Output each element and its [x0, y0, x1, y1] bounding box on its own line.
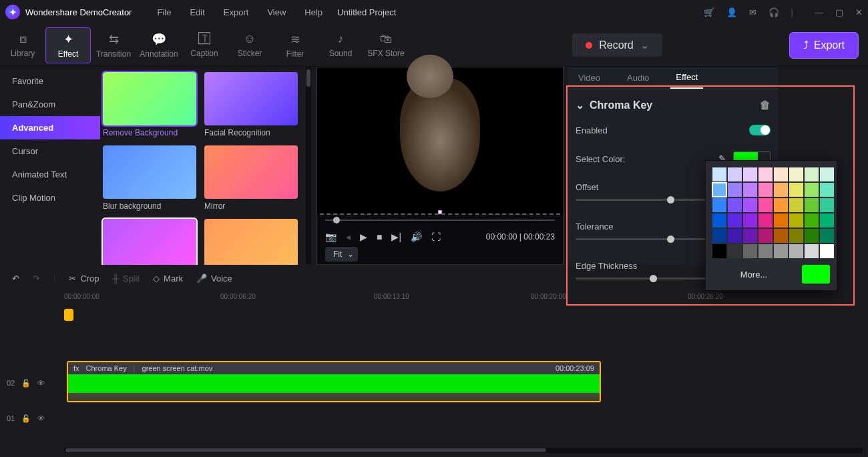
- preview-canvas[interactable]: [317, 67, 563, 215]
- sidebar-item-favorite[interactable]: Favorite: [0, 69, 100, 93]
- palette-color[interactable]: [712, 244, 726, 258]
- close-icon[interactable]: ✕: [855, 7, 863, 17]
- palette-color[interactable]: [743, 244, 757, 258]
- tool-library[interactable]: ⧈Library: [0, 32, 45, 58]
- lock-icon[interactable]: 🔓: [21, 414, 31, 423]
- palette-color[interactable]: [774, 244, 788, 258]
- play-icon[interactable]: ▶: [360, 232, 367, 242]
- palette-color[interactable]: [712, 229, 726, 243]
- sidebar-item-panzoom[interactable]: Pan&Zoom: [0, 93, 100, 116]
- palette-color[interactable]: [789, 167, 803, 181]
- palette-color[interactable]: [712, 167, 726, 181]
- menu-help[interactable]: Help: [295, 7, 332, 17]
- palette-color[interactable]: [805, 183, 819, 197]
- palette-color[interactable]: [789, 244, 803, 258]
- palette-color[interactable]: [712, 213, 726, 227]
- palette-color[interactable]: [743, 183, 757, 197]
- tool-filter[interactable]: ≋Filter: [272, 32, 318, 59]
- user-icon[interactable]: 👤: [726, 7, 737, 17]
- effect-card-5[interactable]: [103, 219, 196, 265]
- effect-blur-background[interactable]: Blur background: [103, 145, 196, 211]
- fullscreen-icon[interactable]: ⛶: [431, 232, 441, 242]
- tab-audio[interactable]: Audio: [622, 67, 654, 88]
- effect-facial-recognition[interactable]: Facial Recognition: [204, 72, 298, 137]
- palette-color[interactable]: [758, 167, 773, 181]
- video-clip[interactable]: fx Chroma Key | green screen cat.mov 00:…: [67, 361, 601, 402]
- maximize-icon[interactable]: ▢: [835, 7, 843, 17]
- palette-color[interactable]: [728, 183, 742, 197]
- palette-color[interactable]: [758, 198, 773, 212]
- palette-color[interactable]: [820, 183, 834, 197]
- minimize-icon[interactable]: —: [815, 7, 823, 17]
- palette-color[interactable]: [820, 244, 834, 258]
- tool-transition[interactable]: ⇆Transition: [91, 32, 136, 59]
- cart-icon[interactable]: 🛒: [704, 7, 714, 17]
- palette-color[interactable]: [774, 183, 788, 197]
- timeline-h-scrollbar[interactable]: [64, 448, 863, 453]
- palette-color[interactable]: [758, 244, 773, 258]
- palette-color[interactable]: [805, 244, 819, 258]
- palette-color[interactable]: [774, 213, 788, 227]
- palette-color[interactable]: [805, 167, 819, 181]
- fit-select[interactable]: Fit ⌄: [325, 247, 358, 262]
- palette-color[interactable]: [789, 198, 803, 212]
- palette-color[interactable]: [728, 198, 742, 212]
- eye-icon[interactable]: 👁: [37, 379, 45, 387]
- palette-color[interactable]: [743, 229, 757, 243]
- undo-icon[interactable]: ↶: [12, 274, 19, 284]
- redo-icon[interactable]: ↷: [33, 274, 40, 284]
- delete-effect-icon[interactable]: 🗑: [760, 99, 771, 111]
- menu-edit[interactable]: Edit: [180, 7, 214, 17]
- palette-color[interactable]: [805, 213, 819, 227]
- tool-sfxstore[interactable]: 🛍SFX Store: [363, 32, 409, 58]
- sidebar-item-animated-text[interactable]: Animated Text: [0, 163, 100, 186]
- enabled-toggle[interactable]: [749, 125, 771, 135]
- palette-color[interactable]: [728, 244, 742, 258]
- tool-sound[interactable]: ♪Sound: [318, 32, 363, 58]
- palette-color[interactable]: [728, 213, 742, 227]
- current-color-swatch[interactable]: [802, 265, 830, 284]
- effect-mirror[interactable]: Mirror: [204, 145, 298, 211]
- palette-color[interactable]: [758, 229, 773, 243]
- menu-view[interactable]: View: [258, 7, 295, 17]
- palette-color[interactable]: [743, 167, 757, 181]
- mark-button[interactable]: ◇Mark: [153, 274, 183, 284]
- voice-button[interactable]: 🎤Voice: [196, 274, 232, 284]
- palette-color[interactable]: [774, 198, 788, 212]
- playhead[interactable]: [64, 309, 73, 321]
- export-button[interactable]: ⤴ Export: [789, 32, 859, 59]
- prev-frame-icon[interactable]: ◂: [346, 232, 351, 242]
- sidebar-item-clip-motion[interactable]: Clip Motion: [0, 186, 100, 209]
- record-button[interactable]: Record ⌄: [572, 33, 662, 57]
- menu-export[interactable]: Export: [214, 7, 258, 17]
- more-colors-button[interactable]: More...: [712, 266, 795, 284]
- palette-color[interactable]: [728, 167, 742, 181]
- headset-icon[interactable]: 🎧: [769, 7, 779, 17]
- crop-button[interactable]: ✂Crop: [69, 274, 99, 284]
- tab-video[interactable]: Video: [573, 67, 606, 88]
- effect-remove-background[interactable]: Remove Background: [103, 72, 196, 137]
- menu-file[interactable]: File: [148, 7, 180, 17]
- palette-color[interactable]: [805, 198, 819, 212]
- palette-color[interactable]: [820, 213, 834, 227]
- palette-color[interactable]: [820, 229, 834, 243]
- mail-icon[interactable]: ✉: [749, 7, 756, 17]
- sidebar-item-advanced[interactable]: Advanced: [0, 116, 100, 139]
- chroma-section-header[interactable]: ⌄ Chroma Key 🗑: [576, 93, 771, 117]
- palette-color[interactable]: [728, 229, 742, 243]
- tool-effect[interactable]: ✦Effect: [45, 27, 91, 63]
- palette-color[interactable]: [712, 198, 726, 212]
- tool-caption[interactable]: 🅃Caption: [182, 32, 227, 58]
- palette-color[interactable]: [789, 213, 803, 227]
- palette-color[interactable]: [712, 183, 726, 197]
- preview-scrubber[interactable]: [325, 215, 555, 225]
- timeline-ruler[interactable]: 00:00:00:0000:00:06:2000:00:13:1000:00:2…: [0, 292, 868, 309]
- palette-color[interactable]: [774, 167, 788, 181]
- split-button[interactable]: ╫Split: [113, 274, 140, 284]
- stop-icon[interactable]: ■: [377, 232, 382, 242]
- snapshot-icon[interactable]: 📷: [325, 232, 337, 242]
- palette-color[interactable]: [743, 213, 757, 227]
- palette-color[interactable]: [789, 183, 803, 197]
- palette-color[interactable]: [758, 183, 773, 197]
- palette-color[interactable]: [758, 213, 773, 227]
